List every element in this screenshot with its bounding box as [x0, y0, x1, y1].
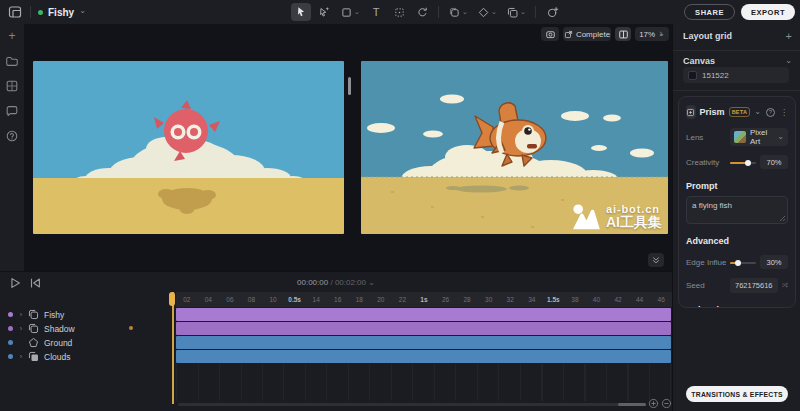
edge-influence-value[interactable]: 30% [760, 255, 788, 269]
expand-chevron-icon[interactable]: › [16, 311, 26, 318]
playhead-line [172, 292, 174, 404]
frame-tool-button[interactable]: ⌄ [337, 3, 363, 21]
track-bar-clouds[interactable] [176, 350, 671, 363]
frame-rendered[interactable]: ai-bot.cn AI工具集 [361, 61, 668, 234]
track-bar-shadow[interactable] [176, 322, 671, 335]
diamond-tool-button[interactable]: ⌄ [474, 3, 500, 21]
slider-knob[interactable] [745, 160, 751, 166]
layer-row-clouds[interactable]: › Clouds [0, 350, 176, 363]
duplicate-icon [506, 6, 519, 19]
layer-row-fishy[interactable]: › Fishy [0, 308, 176, 321]
seed-input[interactable]: 762175616 [730, 278, 778, 293]
frame-divider-handle[interactable] [348, 77, 351, 95]
duplicate-tool-button[interactable]: ⌄ [503, 3, 529, 21]
help-icon[interactable] [5, 128, 20, 143]
creativity-slider[interactable] [730, 157, 756, 167]
playhead-handle[interactable] [169, 292, 175, 306]
ruler-tick: 08 [241, 292, 263, 307]
collapse-panel-button[interactable] [648, 253, 664, 267]
split-view-button[interactable] [615, 27, 631, 41]
prompt-textarea[interactable]: a flying fish [686, 196, 788, 224]
chevron-down-icon: ⌄ [777, 133, 784, 141]
folder-icon[interactable] [5, 53, 20, 68]
edge-influence-row: Edge Influe... 30% [686, 255, 788, 269]
prism-title: Prism [700, 107, 725, 117]
layer-row-shadow[interactable]: › Shadow [0, 322, 176, 335]
canvas-section-header[interactable]: Canvas ⌄ [683, 56, 792, 66]
text-tool-button[interactable]: T [366, 3, 386, 21]
ruler-tick: 32 [499, 292, 521, 307]
tool-bar: ⌄ T ⌄ ⌄ ⌄ [291, 2, 562, 22]
add-layout-grid-icon[interactable]: + [786, 30, 792, 42]
track-bar-fishy[interactable] [176, 308, 671, 321]
group-layer-icon [27, 322, 40, 335]
ruler-tick: 20 [370, 292, 392, 307]
export-button[interactable]: EXPORT [741, 4, 795, 20]
creativity-value[interactable]: 70% [760, 155, 788, 169]
chevron-down-icon[interactable]: ⌄ [785, 57, 792, 65]
expand-chevron-icon[interactable]: › [16, 353, 26, 360]
frame-original[interactable] [33, 61, 344, 234]
resize-handle-icon[interactable] [780, 216, 785, 221]
layer-modified-indicator [129, 326, 133, 330]
divider [673, 50, 800, 51]
snapshot-button[interactable] [541, 27, 559, 41]
chevron-right-icon: › [659, 29, 662, 39]
timeline-scrollbar[interactable] [178, 403, 646, 406]
lens-row: Lens Pixel Art ⌄ [686, 128, 788, 146]
complete-status-icon [564, 30, 573, 39]
magic-select-tool-button[interactable] [314, 3, 334, 21]
slider-knob[interactable] [735, 260, 741, 266]
transitions-effects-button[interactable]: TRANSITIONS & EFFECTS [686, 386, 788, 402]
filled-group-layer-icon [27, 350, 40, 363]
help-icon[interactable]: ? [766, 108, 775, 117]
expand-chevron-icon[interactable]: › [16, 325, 26, 332]
canvas-area[interactable]: Complete 17% ⌄ › [24, 24, 672, 271]
camera-icon [545, 29, 556, 40]
timeline-ruler[interactable]: 02040608100.5s14161820221s26283032341.5s… [176, 292, 672, 307]
comments-icon[interactable] [5, 103, 20, 118]
add-reaction-icon [546, 6, 559, 19]
animation-label: Animation [686, 305, 788, 308]
chevron-down-icon[interactable]: ⌄ [754, 108, 761, 116]
canvas-color-input[interactable]: 151522 [683, 67, 789, 83]
project-menu-chevron-icon[interactable]: ⌄ [79, 7, 86, 15]
rotate-tool-button[interactable] [412, 3, 432, 21]
project-name[interactable]: Fishy [48, 7, 74, 18]
topbar-actions: SHARE EXPORT [684, 4, 795, 20]
layer-row-ground[interactable]: Ground [0, 336, 176, 349]
reaction-tool-button[interactable] [542, 3, 562, 21]
add-icon[interactable]: + [5, 28, 20, 43]
app-logo-icon[interactable] [7, 4, 23, 20]
zoom-in-icon[interactable] [648, 398, 659, 409]
divider [535, 6, 536, 18]
prism-header[interactable]: Prism BETA ⌄ ? ⋮ [686, 105, 788, 119]
timecode-display[interactable]: 00:00:00 / 00:02:00 ⌄ [0, 278, 672, 287]
lens-thumbnail [734, 131, 746, 143]
track-bar-ground[interactable] [176, 336, 671, 349]
shape-tool-button[interactable]: ⌄ [445, 3, 471, 21]
ruler-tick: 34 [521, 292, 543, 307]
ruler-tick: 40 [586, 292, 608, 307]
zoom-out-icon[interactable] [661, 398, 672, 409]
left-sidebar: + [0, 24, 24, 271]
share-button[interactable]: SHARE [684, 4, 735, 20]
lens-label: Lens [686, 133, 726, 142]
lens-select[interactable]: Pixel Art ⌄ [730, 128, 788, 146]
move-tool-button[interactable] [389, 3, 409, 21]
next-frame-button[interactable]: › [654, 27, 668, 41]
seed-row: Seed 762175616 [686, 278, 788, 293]
timeline-grid[interactable] [176, 364, 671, 401]
ruler-tick: 18 [349, 292, 371, 307]
scrollbar-thumb[interactable] [618, 403, 646, 406]
kebab-menu-icon[interactable]: ⋮ [780, 108, 788, 117]
rotate-icon [416, 6, 429, 19]
presence-dot [38, 10, 43, 15]
layout-grid-row[interactable]: Layout grid + [683, 30, 792, 42]
select-tool-button[interactable] [291, 3, 311, 21]
status-badge[interactable]: Complete [563, 27, 611, 41]
shuffle-seed-icon[interactable] [782, 280, 788, 291]
assets-icon[interactable] [5, 78, 20, 93]
color-swatch[interactable] [688, 71, 697, 80]
edge-influence-slider[interactable] [730, 257, 756, 267]
